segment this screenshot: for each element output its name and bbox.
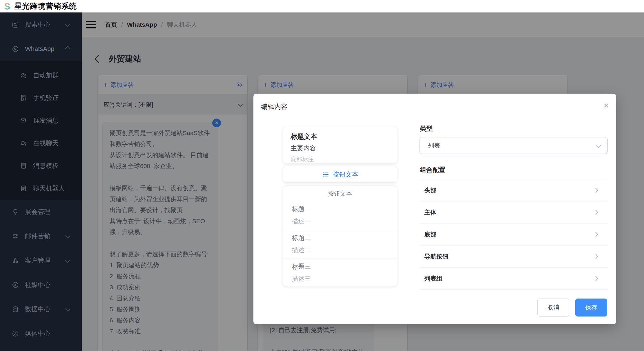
config-row-body[interactable]: 主体 xyxy=(420,201,607,223)
chevron-up-icon xyxy=(65,46,70,51)
sidebar-item-auto-join-group[interactable]: 自动加群 xyxy=(0,64,82,87)
sidebar-item-label: 自动加群 xyxy=(33,71,59,80)
list-item-title: 标题一 xyxy=(292,205,397,214)
list-item: 标题二 描述二 xyxy=(283,230,397,259)
sidebar-item-online-chat[interactable]: 在线聊天 xyxy=(0,132,82,154)
database-icon xyxy=(12,305,19,313)
list-item: 标题一 描述一 xyxy=(283,201,397,230)
sidebar-item-whatsapp[interactable]: WhatsApp xyxy=(0,37,82,61)
top-bar: S 星光跨境营销系统 xyxy=(0,0,644,12)
list-card-header: 按钮文本 xyxy=(283,186,397,201)
config-row-list-group[interactable]: 列表组 xyxy=(420,268,607,289)
chevron-right-icon xyxy=(594,188,598,193)
app-logo: S xyxy=(4,2,10,11)
sidebar-item-exhibition[interactable]: 展会管理 xyxy=(0,200,82,224)
doc-search-icon xyxy=(20,94,27,102)
sidebar-item-chatbot[interactable]: 聊天机器人 xyxy=(0,177,82,200)
user-add-icon xyxy=(20,72,27,79)
divider xyxy=(420,289,607,290)
type-label: 类型 xyxy=(420,124,433,133)
preview-header-card[interactable]: 标题文本 主要内容 底部标注 xyxy=(283,126,397,164)
sidebar: 搜索中心 WhatsApp 自动加群 手机验证 群发消息 xyxy=(0,12,82,351)
sidebar-item-label: 数据中心 xyxy=(25,305,50,314)
sidebar-item-media-center[interactable]: 媒体中心 xyxy=(0,321,82,346)
sidebar-item-label: 客户管理 xyxy=(25,256,50,265)
config-row-label: 主体 xyxy=(424,208,436,217)
chevron-down-icon xyxy=(65,306,70,311)
preview-list-card[interactable]: 按钮文本 标题一 描述一 标题二 描述二 标题三 描述三 xyxy=(283,185,397,286)
group-config-label: 组合配置 xyxy=(420,166,445,174)
chevron-right-icon xyxy=(594,210,598,215)
chevron-down-icon xyxy=(65,21,70,27)
type-select-value: 列表 xyxy=(428,141,440,150)
sidebar-item-label: 群发消息 xyxy=(33,116,59,125)
edit-content-modal: 编辑内容 × 标题文本 主要内容 底部标注 按钮文本 按钮文本 标题一 描述一 … xyxy=(253,94,616,324)
sidebar-item-label: 展会管理 xyxy=(25,208,50,216)
bulb-icon xyxy=(12,208,19,216)
save-button[interactable]: 保存 xyxy=(575,299,607,317)
preview-footer-text: 底部标注 xyxy=(291,155,389,163)
chat-bubbles-icon xyxy=(20,139,27,147)
list-icon xyxy=(322,171,329,178)
list-item-desc: 描述一 xyxy=(292,217,397,226)
chevron-down-icon xyxy=(596,143,601,148)
sidebar-item-mass-message[interactable]: 群发消息 xyxy=(0,109,82,132)
search-icon xyxy=(12,21,19,28)
chevron-right-icon xyxy=(594,254,598,259)
sidebar-item-search-center[interactable]: 搜索中心 xyxy=(0,12,82,37)
whatsapp-icon xyxy=(12,45,19,53)
config-row-header[interactable]: 头部 xyxy=(420,179,607,201)
list-item: 标题三 描述三 xyxy=(283,259,397,287)
mail-send-icon xyxy=(12,232,19,240)
sidebar-item-label: 手机验证 xyxy=(33,94,59,102)
sidebar-item-label: 消息模板 xyxy=(33,161,59,170)
sidebar-item-email-marketing[interactable]: 邮件营销 xyxy=(0,224,82,248)
list-item-desc: 描述三 xyxy=(292,274,397,283)
preview-title-text: 标题文本 xyxy=(291,132,389,141)
list-item-title: 标题三 xyxy=(292,262,397,271)
sidebar-item-label: WhatsApp xyxy=(25,45,55,53)
sidebar-item-social-media-center[interactable]: 社媒中心 xyxy=(0,273,82,297)
sidebar-item-label: 邮件营销 xyxy=(25,232,50,241)
doc-lines-icon xyxy=(20,162,27,170)
cancel-button[interactable]: 取消 xyxy=(537,299,569,317)
sidebar-item-label: 搜索中心 xyxy=(25,20,50,29)
mail-multi-icon xyxy=(20,117,27,124)
sidebar-item-label: 聊天机器人 xyxy=(33,184,65,193)
customers-icon xyxy=(12,257,19,264)
sidebar-whatsapp-submenu: 自动加群 手机验证 群发消息 在线聊天 消息模板 xyxy=(0,61,82,200)
sidebar-item-message-template[interactable]: 消息模板 xyxy=(0,154,82,177)
sidebar-item-data-center[interactable]: 数据中心 xyxy=(0,297,82,321)
config-row-label: 头部 xyxy=(424,186,436,194)
config-row-label: 列表组 xyxy=(424,274,442,283)
preview-main-text: 主要内容 xyxy=(291,144,389,153)
preview-button-card[interactable]: 按钮文本 xyxy=(283,166,397,183)
list-item-desc: 描述二 xyxy=(292,246,397,254)
type-select[interactable]: 列表 xyxy=(420,137,607,154)
close-icon[interactable]: × xyxy=(603,101,609,110)
sidebar-item-phone-verify[interactable]: 手机验证 xyxy=(0,87,82,109)
config-row-label: 导航按钮 xyxy=(424,252,449,261)
config-row-footer[interactable]: 底部 xyxy=(420,223,607,245)
chevron-right-icon xyxy=(594,276,598,281)
podcast-icon xyxy=(12,330,19,337)
modal-title: 编辑内容 xyxy=(261,102,288,111)
chevron-right-icon xyxy=(594,232,598,237)
podcast-icon xyxy=(12,281,19,289)
doc-lines-icon xyxy=(20,185,27,192)
chevron-down-icon xyxy=(65,257,70,263)
config-row-label: 底部 xyxy=(424,230,436,239)
preview-button-label: 按钮文本 xyxy=(333,170,358,179)
config-row-nav-buttons[interactable]: 导航按钮 xyxy=(420,245,607,267)
app-title: 星光跨境营销系统 xyxy=(14,1,77,11)
sidebar-item-label: 媒体中心 xyxy=(25,329,50,338)
list-item-title: 标题二 xyxy=(292,234,397,242)
sidebar-item-customer-management[interactable]: 客户管理 xyxy=(0,248,82,273)
chevron-down-icon xyxy=(65,233,70,238)
config-list: 头部 主体 底部 导航按钮 列表组 xyxy=(420,179,607,290)
sidebar-item-label: 社媒中心 xyxy=(25,281,50,289)
sidebar-item-label: 在线聊天 xyxy=(33,139,59,148)
